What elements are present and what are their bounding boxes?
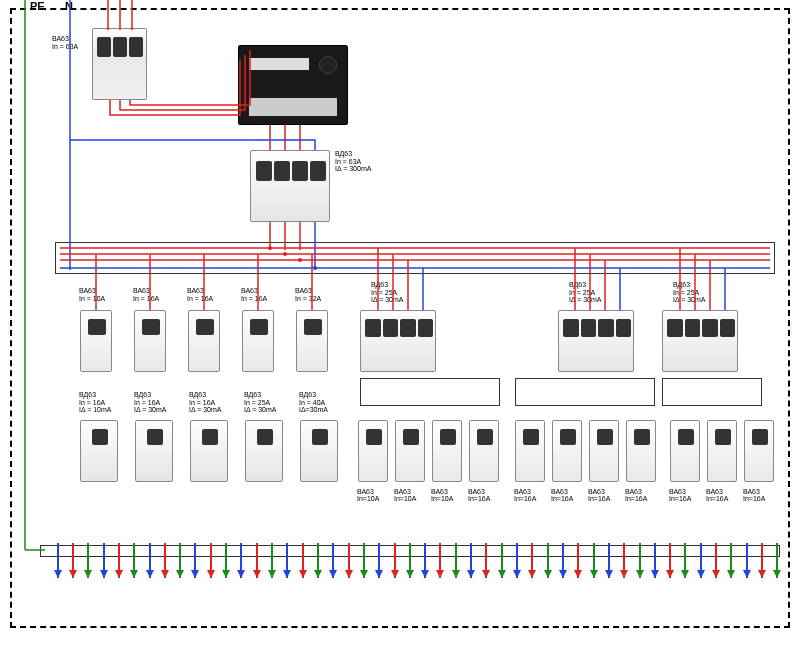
cb: ВА63In=16A	[707, 420, 737, 482]
cb: ВА63In = 32A	[296, 310, 328, 372]
rcd-group: ВД63In = 25AIΔ = 30mA	[360, 310, 436, 372]
cb: ВА63In = 16A	[242, 310, 274, 372]
rcbo: ВД63In = 25AIΔ = 30mA	[245, 420, 283, 482]
main-breaker	[92, 28, 147, 100]
cb: ВА63In=16A	[515, 420, 545, 482]
main-breaker-label: ВА63 In = 63A	[52, 35, 78, 50]
cb: ВА63In=16A	[670, 420, 700, 482]
main-rcd-label: ВД63 In = 63A IΔ = 300mA	[335, 150, 371, 173]
rcd: ВД63In = 25AIΔ = 30mA	[558, 310, 634, 372]
rcbo: ВД63In = 16AIΔ = 10mA	[80, 420, 118, 482]
cb: ВА63In = 16A	[134, 310, 166, 372]
bus-bar-upper	[55, 242, 775, 274]
main-rcd	[250, 150, 330, 222]
output-arrows	[50, 570, 785, 578]
cb: ВА63In=10A	[358, 420, 388, 482]
rcbo-row: ВД63In = 16AIΔ = 10mA ВД63In = 16AIΔ = 3…	[80, 420, 338, 482]
cb: ВА63In=16A	[469, 420, 499, 482]
mini-bus	[515, 378, 655, 406]
mini-bus	[662, 378, 762, 406]
cb: ВА63In=10A	[395, 420, 425, 482]
mini-bus	[360, 378, 500, 406]
cb: ВА63In=16A	[744, 420, 774, 482]
bottom-cb-group: ВА63In=10A ВА63In=10A ВА63In=10A ВА63In=…	[358, 420, 499, 482]
cb: ВА63In = 10A	[80, 310, 112, 372]
cb: ВА63In = 16A	[188, 310, 220, 372]
energy-meter	[238, 45, 348, 125]
bottom-cb-group: ВА63In=16A ВА63In=16A ВА63In=16A	[670, 420, 774, 482]
cb-row-top: ВА63In = 10A ВА63In = 16A ВА63In = 16A В…	[80, 310, 328, 372]
bottom-cb-group: ВА63In=16A ВА63In=16A ВА63In=16A ВА63In=…	[515, 420, 656, 482]
rcd: ВД63In = 25AIΔ = 30mA	[662, 310, 738, 372]
rcd: ВД63In = 25AIΔ = 30mA	[360, 310, 436, 372]
rcbo: ВД63In = 40AIΔ=30mA	[300, 420, 338, 482]
cb: ВА63In=10A	[432, 420, 462, 482]
cb: ВА63In=16A	[552, 420, 582, 482]
rcbo: ВД63In = 16AIΔ = 30mA	[135, 420, 173, 482]
rcbo: ВД63In = 16AIΔ = 30mA	[190, 420, 228, 482]
rcd-group: ВД63In = 25AIΔ = 30mA ВД63In = 25AIΔ = 3…	[558, 310, 738, 372]
cb: ВА63In=16A	[589, 420, 619, 482]
cb: ВА63In=16A	[626, 420, 656, 482]
